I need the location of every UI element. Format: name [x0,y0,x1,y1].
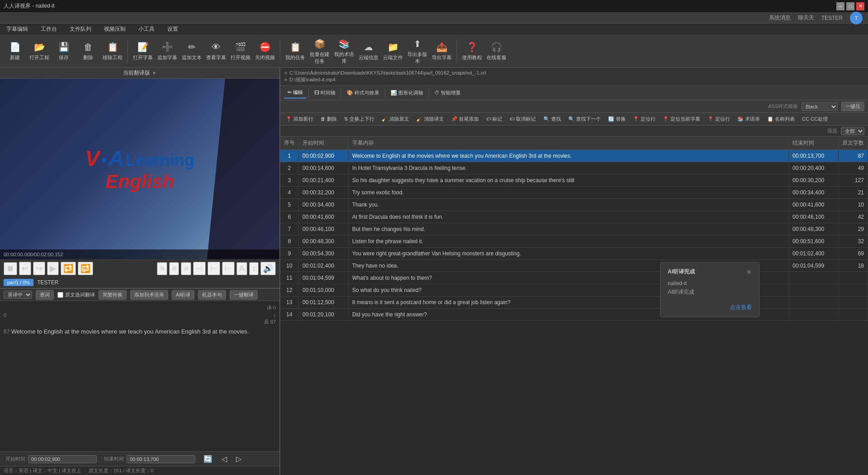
language-select[interactable]: 英译中 [4,291,32,299]
part-badge[interactable]: part1 / 0% [4,279,33,286]
cell-content[interactable]: In Hotel Transylvania 3 Dracula is feeli… [349,162,789,174]
add-head-tail-button[interactable]: 📌 首尾添加 [448,115,481,123]
play-button[interactable]: ▶ [47,262,59,275]
one-key-press-button[interactable]: 一键压 [841,102,864,111]
flip-button[interactable]: ↕ [249,262,259,275]
toolbar-open-subtitle[interactable]: 📝打开字幕 [132,37,154,66]
cell-content[interactable]: But then he changes his mind. [349,223,789,235]
locate-row-button[interactable]: 📍 定位行 [630,115,658,123]
close-file-2[interactable]: ✕ [284,77,288,82]
table-row[interactable]: 800:00:48,300Listen for the phrase naile… [280,235,868,248]
toolbar-tutorial[interactable]: ❓使用教程 [461,37,483,66]
menu-settings[interactable]: 设置 [165,24,181,34]
toolbar-delete[interactable]: 🗑删除 [77,37,99,66]
toolbar-new[interactable]: 📄新建 [4,37,26,66]
toolbar-open-video[interactable]: 🎬打开视频 [229,37,252,66]
cell-content[interactable]: At first Dracula does not think it is fu… [349,211,789,223]
menu-tools[interactable]: 小工具 [136,24,157,34]
time-refresh-button[interactable]: 🔄 [203,454,213,464]
close-file-1[interactable]: ✕ [284,71,288,75]
ai-popup-view-link[interactable]: 点击查看 [730,304,752,311]
toolbar-append-text[interactable]: ✏追加文本 [180,37,203,66]
rewind-button[interactable]: ↩ [19,262,31,275]
table-row[interactable]: 100:00:02,900Welcome to English at the m… [280,150,868,162]
loop-button[interactable]: 🔂 [78,262,93,275]
toolbar-batch-tasks[interactable]: 📦批量创建任务 [308,37,331,66]
toolbar-export-multi[interactable]: ⬆导出多版本 [406,37,429,66]
table-row[interactable]: 900:00:54,300You were right great-grandf… [280,248,868,260]
volume-button[interactable]: 🔊 [260,262,276,275]
mark-button[interactable]: 🏷 标记 [483,115,505,123]
tab-style-effects[interactable]: 🎨 样式与效果 [343,88,383,98]
maximize-button[interactable]: □ [846,2,854,10]
add-glossary-button[interactable]: 添加到术语库 [130,290,168,300]
table-row[interactable]: 300:00:21,400So his daughter suggests th… [280,174,868,187]
filter-select[interactable]: 全部 [841,127,864,135]
locate-current-button[interactable]: 📍 定位当前字幕 [660,115,703,123]
cc-process-button[interactable]: CC CC处理 [799,115,830,123]
table-row[interactable]: 500:00:34,400Thank you.00:00:41,60010 [280,199,868,211]
translate-version-label[interactable]: 当前翻译版 [123,69,150,77]
start-time-input[interactable] [28,455,97,463]
cell-content[interactable]: Listen for the phrase nailed it. [349,235,789,248]
clear-trans-button[interactable]: 🧹 清除译文 [414,115,447,123]
translation-content[interactable]: 87 Welcome to English at the movies wher… [4,327,276,336]
source-translate-checkbox[interactable] [57,292,63,298]
swap-rows-button[interactable]: ⇅ 交换上下行 [341,115,377,123]
align-start-button[interactable]: ⊣ [193,262,206,275]
toolbar-online-service[interactable]: 🎧在线客服 [485,37,508,66]
table-row[interactable]: 1000:01:02,400They have no idea.00:01:04… [280,260,868,272]
ai-popup-close-button[interactable]: ✕ [746,268,752,276]
table-row[interactable]: 1200:01:10,000So what do you think naile… [280,284,868,296]
machine-button[interactable]: 机器本句 [198,290,226,300]
tab-timeline[interactable]: 🎞 时间轴 [311,88,339,98]
cell-content[interactable]: You were right great-grandfather Van Hel… [349,248,789,260]
align-expand-button[interactable]: ⊢ [222,262,235,275]
system-msg-link[interactable]: 系统消息 [769,14,791,22]
rewind2-button[interactable]: ↪ [33,262,45,275]
toolbar-close-video[interactable]: ⛔关闭视频 [254,37,276,66]
close-button[interactable]: ✕ [856,2,864,10]
align-right-button[interactable]: ≡ [181,262,191,275]
toolbar-cloud-files[interactable]: 📁云端文件 [382,37,404,66]
align-end-button[interactable]: ⊢ [208,262,220,275]
table-row[interactable]: 1100:01:04,599What's about to happen to … [280,272,868,284]
find-next-button[interactable]: 🔍 查找下一个 [566,115,604,123]
menu-workspace[interactable]: 工作台 [38,24,60,34]
table-row[interactable]: 400:00:32,200Try some exotic food.00:00:… [280,187,868,199]
ass-style-select[interactable]: Black [802,103,838,111]
name-list-button[interactable]: 📋 名称列表 [764,115,797,123]
toolbar-save[interactable]: 💾保存 [52,37,75,66]
ai-listen-button[interactable]: AI听译 [172,290,194,300]
find-button[interactable]: 🔍 查找 [541,115,564,123]
clear-source-button[interactable]: 🧹 清除原文 [379,115,412,123]
add-row-button[interactable]: 📍 添加新行 [283,115,316,123]
toolbar-export-subtitle[interactable]: 📤导出字幕 [430,37,453,66]
menu-subtitle-edit[interactable]: 字幕编辑 [4,24,31,34]
stop-button[interactable]: ⏹ [4,262,17,275]
minimize-button[interactable]: ─ [836,2,844,10]
align-left-button[interactable]: ≡ [157,262,167,275]
cell-content[interactable]: Thank you. [349,199,789,211]
glossary-button[interactable]: 📚 术语库 [735,115,763,123]
table-row[interactable]: 700:00:46,100But then he changes his min… [280,223,868,235]
toolbar-glossary[interactable]: 📚我的术语库 [333,37,355,66]
toolbar-append-subtitle[interactable]: ➕追加字幕 [156,37,179,66]
tab-smart-increment[interactable]: ⏱ 智能增量 [431,88,464,98]
menu-video-compress[interactable]: 视频压制 [101,24,128,34]
align-center-button[interactable]: ≡ [169,262,179,275]
replay-button[interactable]: 🔁 [61,262,76,275]
toolbar-my-tasks[interactable]: 📋我的任务 [284,37,307,66]
table-row[interactable]: 1400:01:20,100Did you have the right ans… [280,309,868,321]
end-time-input[interactable] [127,455,195,463]
tab-edit[interactable]: ✏ 编辑 [284,87,307,99]
lookup-button[interactable]: 查词 [36,290,54,300]
locate-row2-button[interactable]: 📍 定位行 [705,115,733,123]
table-row[interactable]: 600:00:41,600At first Dracula does not t… [280,211,868,223]
table-row[interactable]: 1300:01:12,500It means is it sent a post… [280,296,868,309]
tab-graphic-axis[interactable]: 📊 图形化调轴 [387,88,427,98]
time-prev-button[interactable]: ◁ [221,454,228,464]
toolbar-remove-project[interactable]: 📋移除工程 [101,37,124,66]
time-next-button[interactable]: ▷ [235,454,242,464]
toolbar-cloud-info[interactable]: ☁云端信息 [357,37,380,66]
